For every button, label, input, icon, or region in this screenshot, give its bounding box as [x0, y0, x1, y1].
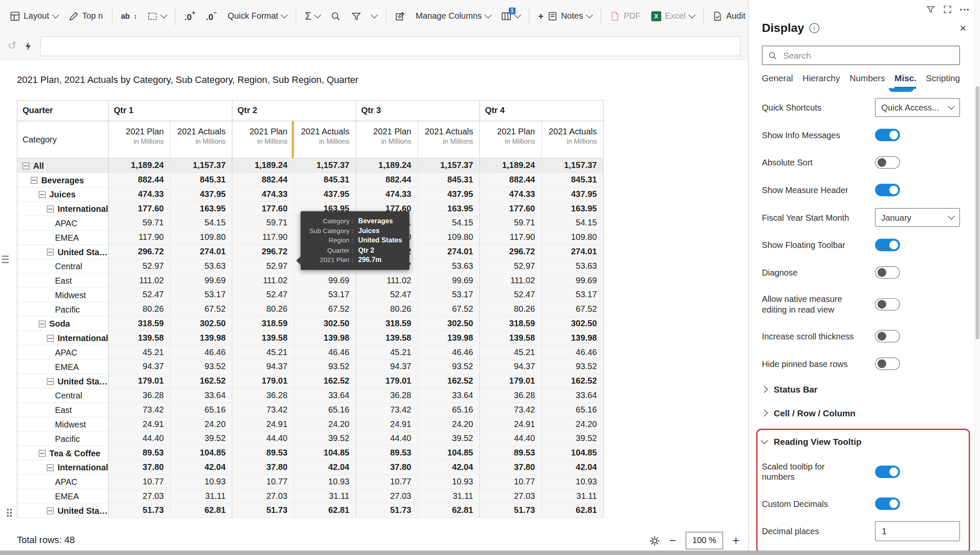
actuals-value-cell[interactable]: 109.80: [171, 231, 232, 245]
actuals-value-cell[interactable]: 42.04: [542, 461, 604, 475]
row-header-cell[interactable]: Central: [17, 259, 109, 274]
audit-button[interactable]: Audit: [707, 7, 750, 25]
row-header-cell[interactable]: Soda: [17, 317, 109, 331]
actuals-value-cell[interactable]: 46.46: [418, 346, 480, 360]
search-box[interactable]: [762, 46, 960, 65]
increase-decimal-button[interactable]: .0+: [179, 7, 200, 26]
row-header-cell[interactable]: All: [17, 159, 109, 173]
row-header-cell[interactable]: International: [17, 331, 109, 346]
text-options-button[interactable]: ab↕: [116, 8, 142, 24]
plan-value-cell[interactable]: 882.44: [233, 173, 294, 188]
row-header-cell[interactable]: EMEA: [17, 360, 109, 374]
category-header[interactable]: Category: [17, 121, 109, 159]
plan-value-cell[interactable]: 27.03: [233, 490, 294, 504]
actuals-value-cell[interactable]: 99.69: [542, 274, 604, 288]
plan-value-cell[interactable]: 80.26: [356, 302, 418, 317]
plan-value-cell[interactable]: 89.53: [233, 446, 294, 461]
collapse-icon[interactable]: [47, 464, 54, 471]
actuals-value-cell[interactable]: 437.95: [294, 188, 356, 202]
actuals-value-cell[interactable]: 437.95: [171, 188, 232, 202]
filter-options-button[interactable]: [367, 11, 382, 21]
plan-value-cell[interactable]: 474.33: [109, 188, 171, 202]
toggle-custom-decimals[interactable]: [875, 498, 900, 510]
plan-value-cell[interactable]: 179.01: [480, 374, 541, 389]
plan-value-cell[interactable]: 882.44: [356, 173, 418, 188]
plan-value-cell[interactable]: 177.60: [109, 202, 171, 216]
zoom-out-button[interactable]: −: [669, 534, 676, 547]
actuals-value-cell[interactable]: 67.52: [418, 302, 480, 317]
actuals-value-cell[interactable]: 24.20: [542, 418, 604, 432]
actuals-value-cell[interactable]: 33.64: [171, 389, 232, 403]
actuals-value-cell[interactable]: 31.11: [542, 490, 604, 504]
collapse-icon[interactable]: [39, 450, 46, 456]
plan-value-cell[interactable]: 80.26: [480, 302, 541, 317]
plan-value-cell[interactable]: 296.72: [480, 245, 541, 259]
plan-value-cell[interactable]: 139.58: [356, 331, 418, 346]
undo-icon[interactable]: ↺: [8, 40, 17, 53]
more-options-icon[interactable]: [960, 9, 969, 10]
export-excel-button[interactable]: X Excel: [646, 7, 699, 25]
row-header-cell[interactable]: EMEA: [17, 490, 109, 504]
plan-value-cell[interactable]: 94.37: [233, 360, 294, 374]
plan-value-cell[interactable]: 36.28: [109, 389, 171, 403]
toggle-scaled-tooltip-for-numbers[interactable]: [875, 466, 900, 478]
plan-value-cell[interactable]: 882.44: [109, 173, 171, 188]
quarter-header-cell[interactable]: Qtr 1: [109, 101, 233, 121]
plan-value-cell[interactable]: 51.73: [356, 504, 418, 518]
row-header-cell[interactable]: APAC: [17, 475, 109, 490]
actuals-value-cell[interactable]: 93.52: [418, 360, 480, 374]
actuals-value-cell[interactable]: 67.52: [542, 302, 604, 317]
tab-hierarchy[interactable]: Hierarchy: [803, 73, 840, 89]
actuals-value-cell[interactable]: 10.93: [294, 475, 356, 490]
plan-value-cell[interactable]: 117.90: [480, 231, 541, 245]
toggle-hide-pinned-base-rows[interactable]: [875, 357, 900, 370]
row-header-cell[interactable]: United States: [17, 245, 109, 259]
plan-value-cell[interactable]: 296.72: [233, 245, 294, 259]
plan-value-cell[interactable]: 73.42: [480, 403, 541, 418]
plan-value-cell[interactable]: 37.80: [480, 461, 541, 475]
actuals-value-cell[interactable]: 845.31: [418, 173, 480, 188]
actuals-value-cell[interactable]: 99.69: [294, 274, 356, 288]
actuals-value-cell[interactable]: 65.16: [418, 403, 480, 418]
row-header-cell[interactable]: Pacific: [17, 302, 109, 317]
plan-value-cell[interactable]: 89.53: [356, 446, 418, 461]
plan-value-cell[interactable]: 179.01: [109, 374, 171, 389]
plan-value-cell[interactable]: 24.91: [109, 418, 171, 432]
actuals-value-cell[interactable]: 437.95: [542, 188, 604, 202]
plan-value-cell[interactable]: 52.47: [233, 288, 294, 302]
actuals-value-cell[interactable]: 33.64: [294, 389, 356, 403]
actuals-value-cell[interactable]: 53.17: [294, 288, 356, 302]
actuals-value-cell[interactable]: 1,157.37: [294, 159, 356, 173]
plan-value-cell[interactable]: 111.02: [480, 274, 541, 288]
plan-value-cell[interactable]: 94.37: [356, 360, 418, 374]
search-button[interactable]: [326, 7, 346, 25]
actuals-value-cell[interactable]: 302.50: [171, 317, 232, 331]
layout-button[interactable]: Layout: [5, 7, 63, 25]
row-header-cell[interactable]: International: [17, 202, 109, 216]
plan-value-cell[interactable]: 36.28: [233, 389, 294, 403]
top-n-button[interactable]: Top n: [63, 7, 108, 25]
actuals-value-cell[interactable]: 53.63: [542, 259, 604, 274]
actuals-value-cell[interactable]: 99.69: [418, 274, 480, 288]
actuals-value-cell[interactable]: 274.01: [418, 245, 480, 259]
actuals-value-cell[interactable]: 24.20: [294, 418, 356, 432]
actuals-value-cell[interactable]: 162.52: [542, 374, 604, 389]
row-header-cell[interactable]: APAC: [17, 216, 109, 231]
plan-value-cell[interactable]: 94.37: [480, 360, 541, 374]
plan-value-cell[interactable]: 52.97: [480, 259, 541, 274]
row-header-cell[interactable]: EMEA: [17, 231, 109, 245]
tab-misc[interactable]: Misc.: [895, 73, 916, 89]
actuals-value-cell[interactable]: 845.31: [542, 173, 604, 188]
actuals-value-cell[interactable]: 93.52: [171, 360, 232, 374]
panel-grip-icon[interactable]: [2, 256, 9, 263]
section-status-bar[interactable]: Status Bar: [762, 378, 960, 401]
collapse-icon[interactable]: [39, 191, 46, 198]
section-cell-row-column[interactable]: Cell / Row / Column: [762, 401, 960, 425]
actuals-value-cell[interactable]: 53.63: [418, 259, 480, 274]
plan-value-cell[interactable]: 37.80: [356, 461, 418, 475]
plan-value-cell[interactable]: 89.53: [480, 446, 541, 461]
actuals-value-cell[interactable]: 109.80: [418, 231, 480, 245]
plan-value-cell[interactable]: 177.60: [233, 202, 294, 216]
input-decimal-places[interactable]: 1: [875, 521, 960, 541]
measure-header-cell[interactable]: 2021 Actualsin Millions: [418, 121, 480, 159]
